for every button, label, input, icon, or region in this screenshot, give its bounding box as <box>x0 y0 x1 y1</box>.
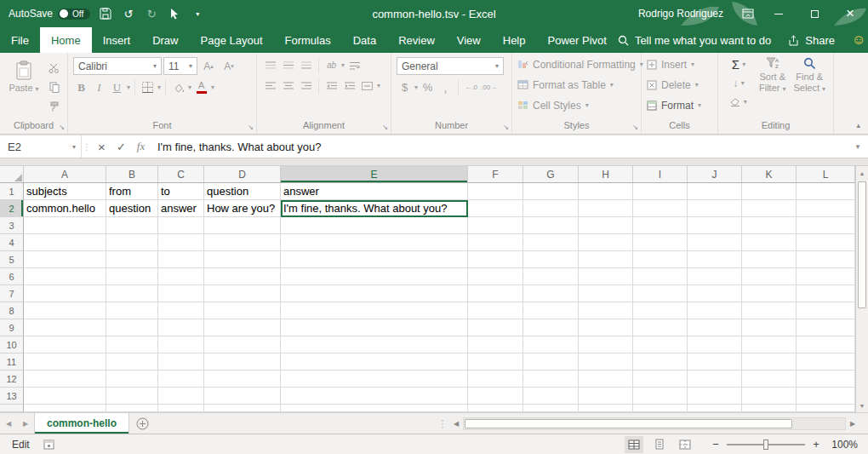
cell-E11[interactable] <box>281 353 468 371</box>
cell-A3[interactable] <box>24 217 106 234</box>
ribbon-tab-file[interactable]: File <box>0 27 40 53</box>
minimize-button[interactable] <box>761 0 797 27</box>
cell-C13[interactable] <box>158 388 204 405</box>
cell-J8[interactable] <box>688 302 742 319</box>
cell-E9[interactable] <box>281 319 468 336</box>
autosave-toggle[interactable]: AutoSave Off <box>9 8 90 20</box>
cell-F1[interactable] <box>468 183 523 200</box>
underline-chevron-icon[interactable]: ▾ <box>127 83 130 91</box>
cell-partial-D[interactable] <box>204 405 281 412</box>
cell-E6[interactable] <box>281 268 468 285</box>
cell-A13[interactable] <box>24 388 106 405</box>
vertical-scrollbar[interactable]: ▲ ▼ <box>855 166 868 412</box>
column-header-B[interactable]: B <box>106 166 158 182</box>
cancel-entry-icon[interactable]: × <box>92 135 111 158</box>
cell-G5[interactable] <box>523 251 579 268</box>
cell-A1[interactable]: subjects <box>24 183 106 200</box>
cell-C10[interactable] <box>158 336 204 353</box>
cell-C7[interactable] <box>158 285 204 302</box>
scroll-left-icon[interactable]: ◀ <box>449 420 463 428</box>
cell-F9[interactable] <box>468 319 523 336</box>
cell-partial-H[interactable] <box>579 405 633 412</box>
cell-B1[interactable]: from <box>106 183 158 200</box>
align-right-icon[interactable] <box>298 78 314 94</box>
cell-E13[interactable] <box>281 388 468 405</box>
autosum-button[interactable]: Σ ▾ <box>726 56 751 72</box>
cell-G10[interactable] <box>523 336 579 353</box>
wrap-text-icon[interactable] <box>346 57 363 73</box>
cell-K3[interactable] <box>742 217 797 234</box>
format-cells-button[interactable]: Format▾ <box>647 96 701 114</box>
cell-L12[interactable] <box>797 371 855 388</box>
cell-partial-F[interactable] <box>468 405 523 412</box>
cell-A10[interactable] <box>24 336 106 353</box>
cell-D5[interactable] <box>204 251 281 268</box>
row-header-1[interactable]: 1 <box>0 183 24 200</box>
vertical-scroll-track[interactable] <box>856 180 868 399</box>
horizontal-scroll-track[interactable] <box>463 417 846 430</box>
cell-L13[interactable] <box>797 388 855 405</box>
row-header-9[interactable]: 9 <box>0 319 24 336</box>
zoom-out-icon[interactable]: − <box>711 438 720 451</box>
row-header-8[interactable]: 8 <box>0 302 24 319</box>
ribbon-tab-draw[interactable]: Draw <box>141 27 189 53</box>
horizontal-scrollbar[interactable]: ◀ ▶ <box>449 416 859 431</box>
ribbon-tab-home[interactable]: Home <box>40 27 92 53</box>
cell-B12[interactable] <box>106 371 158 388</box>
underline-icon[interactable]: U <box>109 79 125 95</box>
cell-H11[interactable] <box>579 353 633 371</box>
cell-D1[interactable]: question <box>204 183 281 200</box>
cell-C5[interactable] <box>158 251 204 268</box>
number-dialog-launcher-icon[interactable]: ↘ <box>503 124 509 131</box>
column-header-H[interactable]: H <box>579 166 633 182</box>
formula-input[interactable]: I'm fine, thanks. What about you? <box>151 135 848 158</box>
row-header-7[interactable]: 7 <box>0 285 24 302</box>
cell-C8[interactable] <box>158 302 204 319</box>
cell-A7[interactable] <box>24 285 106 302</box>
cell-B13[interactable] <box>106 388 158 405</box>
new-sheet-icon[interactable] <box>129 413 155 434</box>
save-icon[interactable] <box>98 4 113 23</box>
cell-K7[interactable] <box>742 285 797 302</box>
align-bottom-icon[interactable] <box>298 57 314 73</box>
ribbon-tab-page-layout[interactable]: Page Layout <box>190 27 274 53</box>
cell-F8[interactable] <box>468 302 523 319</box>
cell-G4[interactable] <box>523 234 579 251</box>
cell-partial-K[interactable] <box>742 405 797 412</box>
cell-C1[interactable]: to <box>158 183 204 200</box>
select-all-corner[interactable] <box>0 166 24 182</box>
cell-E7[interactable] <box>281 285 468 302</box>
cell-L6[interactable] <box>797 268 855 285</box>
cell-H6[interactable] <box>579 268 633 285</box>
borders-chevron-icon[interactable]: ▾ <box>157 83 161 91</box>
cell-F10[interactable] <box>468 336 523 353</box>
tab-scrollbar-splitter[interactable]: ⋮ <box>436 413 449 434</box>
cell-A4[interactable] <box>24 234 106 251</box>
row-header-4[interactable]: 4 <box>0 234 24 251</box>
alignment-dialog-launcher-icon[interactable]: ↘ <box>382 124 388 131</box>
cell-F13[interactable] <box>468 388 523 405</box>
cell-I4[interactable] <box>633 234 688 251</box>
vertical-scroll-thumb[interactable] <box>858 181 866 308</box>
column-header-D[interactable]: D <box>204 166 281 182</box>
cell-J10[interactable] <box>688 336 742 353</box>
cell-D6[interactable] <box>204 268 281 285</box>
align-middle-icon[interactable] <box>280 57 296 73</box>
borders-icon[interactable] <box>140 79 156 95</box>
sheet-nav-next-icon[interactable]: ▶ <box>17 413 34 434</box>
ribbon-tab-data[interactable]: Data <box>342 27 387 53</box>
ribbon-tab-formulas[interactable]: Formulas <box>274 27 342 53</box>
fill-button[interactable]: ↓ ▾ <box>726 75 751 91</box>
cell-partial-A[interactable] <box>24 405 106 412</box>
cell-J13[interactable] <box>688 388 742 405</box>
cell-H1[interactable] <box>579 183 633 200</box>
column-header-J[interactable]: J <box>688 166 742 182</box>
autosave-pill[interactable]: Off <box>58 9 90 20</box>
cell-J4[interactable] <box>688 234 742 251</box>
row-header-13[interactable]: 13 <box>0 388 24 405</box>
expand-formula-bar-icon[interactable]: ▾ <box>848 135 868 158</box>
maximize-button[interactable] <box>797 0 832 27</box>
column-header-C[interactable]: C <box>158 166 204 182</box>
cell-F7[interactable] <box>468 285 523 302</box>
cell-F2[interactable] <box>468 200 523 217</box>
